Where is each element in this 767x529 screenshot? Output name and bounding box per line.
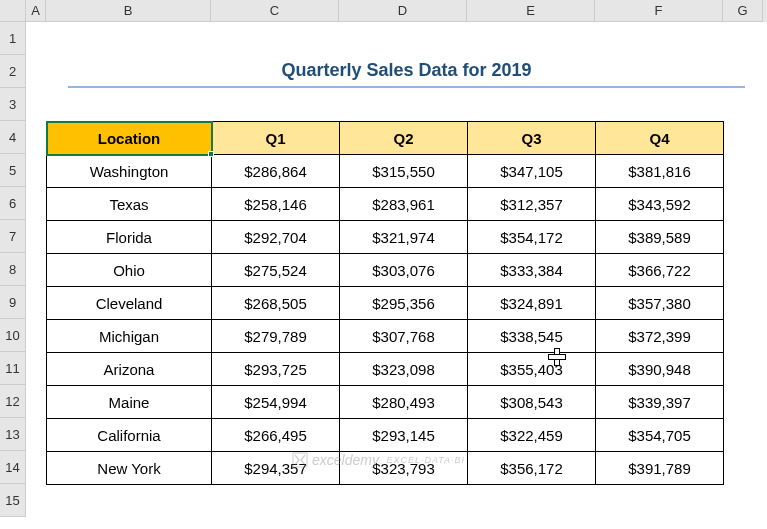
cell-value[interactable]: $303,076: [340, 254, 468, 287]
header-q1[interactable]: Q1: [212, 122, 340, 155]
sheet-title[interactable]: Quarterly Sales Data for 2019: [68, 55, 745, 88]
cell-value[interactable]: $339,397: [596, 386, 724, 419]
row-header[interactable]: 14: [0, 451, 26, 484]
table-row: Maine$254,994$280,493$308,543$339,397: [47, 386, 724, 419]
row-header[interactable]: 10: [0, 319, 26, 352]
data-table: Location Q1 Q2 Q3 Q4 Washington$286,864$…: [46, 121, 724, 485]
column-header[interactable]: A: [26, 0, 46, 22]
cell-value[interactable]: $356,172: [468, 452, 596, 485]
row-header[interactable]: 1: [0, 22, 26, 55]
cell-value[interactable]: $295,356: [340, 287, 468, 320]
cell-value[interactable]: $294,357: [212, 452, 340, 485]
row-header[interactable]: 4: [0, 121, 26, 154]
cell-value[interactable]: $308,543: [468, 386, 596, 419]
fill-handle[interactable]: [208, 151, 214, 157]
table-header-row: Location Q1 Q2 Q3 Q4: [47, 122, 724, 155]
row-header[interactable]: 2: [0, 55, 26, 88]
column-header[interactable]: G: [723, 0, 763, 22]
row-header-gutter: 1 2 3 4 5 6 7 8 9 10 11 12 13 14 15: [0, 0, 26, 517]
row-header[interactable]: 3: [0, 88, 26, 121]
cell-value[interactable]: $283,961: [340, 188, 468, 221]
column-header[interactable]: F: [595, 0, 723, 22]
cell-value[interactable]: $323,098: [340, 353, 468, 386]
cell-value[interactable]: $355,403: [468, 353, 596, 386]
cell-location[interactable]: Maine: [47, 386, 212, 419]
table-row: Florida$292,704$321,974$354,172$389,589: [47, 221, 724, 254]
table-row: Texas$258,146$283,961$312,357$343,592: [47, 188, 724, 221]
column-header-row: A B C D E F G: [26, 0, 767, 22]
cell-location[interactable]: New York: [47, 452, 212, 485]
cell-location[interactable]: Cleveland: [47, 287, 212, 320]
cell-location[interactable]: Florida: [47, 221, 212, 254]
column-header[interactable]: C: [211, 0, 339, 22]
table-row: Cleveland$268,505$295,356$324,891$357,38…: [47, 287, 724, 320]
row-header[interactable]: 15: [0, 484, 26, 517]
cell-value[interactable]: $258,146: [212, 188, 340, 221]
cell-value[interactable]: $366,722: [596, 254, 724, 287]
cell-value[interactable]: $280,493: [340, 386, 468, 419]
column-header[interactable]: D: [339, 0, 467, 22]
cell-value[interactable]: $391,789: [596, 452, 724, 485]
cell-value[interactable]: $292,704: [212, 221, 340, 254]
header-label: Location: [98, 130, 161, 147]
table-row: California$266,495$293,145$322,459$354,7…: [47, 419, 724, 452]
cell-location[interactable]: California: [47, 419, 212, 452]
cell-value[interactable]: $389,589: [596, 221, 724, 254]
cell-value[interactable]: $315,550: [340, 155, 468, 188]
cell-location[interactable]: Michigan: [47, 320, 212, 353]
cell-value[interactable]: $286,864: [212, 155, 340, 188]
cell-value[interactable]: $372,399: [596, 320, 724, 353]
row-header[interactable]: 8: [0, 253, 26, 286]
row-header[interactable]: 6: [0, 187, 26, 220]
cell-value[interactable]: $381,816: [596, 155, 724, 188]
row-header[interactable]: 11: [0, 352, 26, 385]
select-all-corner[interactable]: [0, 0, 26, 22]
header-q3[interactable]: Q3: [468, 122, 596, 155]
cell-location[interactable]: Ohio: [47, 254, 212, 287]
cell-value[interactable]: $347,105: [468, 155, 596, 188]
cell-value[interactable]: $357,380: [596, 287, 724, 320]
cell-value[interactable]: $324,891: [468, 287, 596, 320]
cell-value[interactable]: $323,793: [340, 452, 468, 485]
cell-value[interactable]: $354,172: [468, 221, 596, 254]
row-header[interactable]: 5: [0, 154, 26, 187]
cell-value[interactable]: $279,789: [212, 320, 340, 353]
column-header[interactable]: E: [467, 0, 595, 22]
row-header[interactable]: 12: [0, 385, 26, 418]
table-row: Washington$286,864$315,550$347,105$381,8…: [47, 155, 724, 188]
cell-value[interactable]: $322,459: [468, 419, 596, 452]
cell-value[interactable]: $275,524: [212, 254, 340, 287]
column-header[interactable]: B: [46, 0, 211, 22]
cell-value[interactable]: $266,495: [212, 419, 340, 452]
cell-value[interactable]: $338,545: [468, 320, 596, 353]
table-row: New York$294,357$323,793$356,172$391,789: [47, 452, 724, 485]
cell-value[interactable]: $293,725: [212, 353, 340, 386]
cell-value[interactable]: $390,948: [596, 353, 724, 386]
cell-value[interactable]: $268,505: [212, 287, 340, 320]
cell-location[interactable]: Arizona: [47, 353, 212, 386]
table-row: Michigan$279,789$307,768$338,545$372,399: [47, 320, 724, 353]
cell-value[interactable]: $343,592: [596, 188, 724, 221]
cell-value[interactable]: $354,705: [596, 419, 724, 452]
header-q2[interactable]: Q2: [340, 122, 468, 155]
table-row: Arizona$293,725$323,098$355,403$390,948: [47, 353, 724, 386]
cell-location[interactable]: Texas: [47, 188, 212, 221]
header-q4[interactable]: Q4: [596, 122, 724, 155]
header-location[interactable]: Location: [47, 122, 212, 155]
cell-value[interactable]: $321,974: [340, 221, 468, 254]
cell-value[interactable]: $333,384: [468, 254, 596, 287]
row-header[interactable]: 9: [0, 286, 26, 319]
cell-value[interactable]: $254,994: [212, 386, 340, 419]
row-header[interactable]: 7: [0, 220, 26, 253]
row-header[interactable]: 13: [0, 418, 26, 451]
table-row: Ohio$275,524$303,076$333,384$366,722: [47, 254, 724, 287]
cell-location[interactable]: Washington: [47, 155, 212, 188]
cell-value[interactable]: $293,145: [340, 419, 468, 452]
cell-value[interactable]: $307,768: [340, 320, 468, 353]
cell-value[interactable]: $312,357: [468, 188, 596, 221]
